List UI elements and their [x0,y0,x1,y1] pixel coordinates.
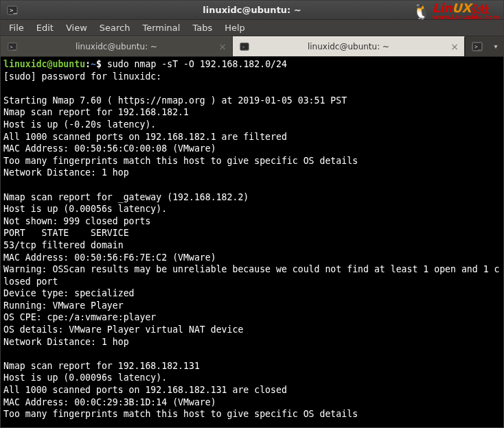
new-tab-button[interactable]: >_ [465,36,488,56]
terminal-tab-icon: >_ [8,42,17,51]
terminal-tab-1[interactable]: >_ linuxidc@ubuntu: ~ × [233,36,465,56]
menu-help[interactable]: Help [219,21,251,34]
terminal-output-lines: [sudo] password for linuxidc: Starting N… [3,71,500,420]
tab-label: linuxidc@ubuntu: ~ [76,42,157,51]
terminal-tab-icon: >_ [240,42,249,51]
close-icon[interactable]: × [218,41,227,52]
menu-search[interactable]: Search [94,21,136,34]
tab-dropdown-button[interactable]: ▾ [488,36,503,56]
window-titlebar: >_ linuxidc@ubuntu: ~ 🐧 LinUX公社 www.Linu… [1,1,503,20]
svg-text:>_: >_ [474,44,481,50]
tab-label: linuxidc@ubuntu: ~ [308,42,389,51]
prompt-path: ~ [91,59,96,69]
svg-text:>_: >_ [10,45,16,50]
window-title: linuxidc@ubuntu: ~ [203,5,301,15]
chevron-down-icon: ▾ [494,43,497,50]
menu-bar: File Edit View Search Terminal Tabs Help [1,20,503,36]
menu-file[interactable]: File [3,21,30,34]
prompt-command: sudo nmap -sT -O 192.168.182.0/24 [107,59,287,69]
terminal-tab-0[interactable]: >_ linuxidc@ubuntu: ~ × [1,36,233,56]
terminal-app-icon: >_ [6,4,19,16]
menu-view[interactable]: View [60,21,93,34]
terminal-output-area[interactable]: linuxidc@ubuntu:~$ sudo nmap -sT -O 192.… [1,57,503,427]
menu-edit[interactable]: Edit [31,21,59,34]
prompt-user-host: linuxidc@ubuntu [3,59,85,69]
svg-text:>_: >_ [242,45,249,50]
prompt-symbol: $ [96,59,102,69]
svg-text:>_: >_ [10,7,17,14]
tux-icon: 🐧 [412,4,431,19]
watermark: 🐧 LinUX公社 www.Linuxidc.com [412,2,499,21]
tab-bar: >_ linuxidc@ubuntu: ~ × >_ linuxidc@ubun… [1,36,503,57]
prompt-separator: : [85,59,91,69]
close-icon[interactable]: × [450,41,459,52]
menu-terminal[interactable]: Terminal [137,21,185,34]
menu-tabs[interactable]: Tabs [187,21,218,34]
